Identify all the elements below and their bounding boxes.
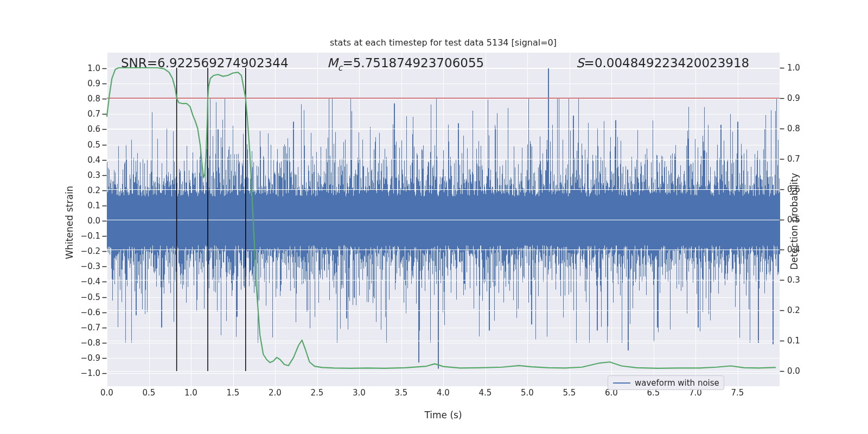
- tick-label: 0.3: [787, 275, 820, 285]
- tick-label: 7.5: [726, 387, 750, 398]
- tick-label: 1.0: [179, 387, 203, 398]
- s-symbol: S: [576, 56, 584, 70]
- mc-value: =5.751874923706055: [342, 56, 484, 70]
- annotation-chirp-mass: Mc=5.751874923706055: [327, 56, 484, 73]
- tick-label: 0.6: [787, 184, 820, 195]
- tick-label: 1.5: [221, 387, 245, 398]
- tick-label: 0.1: [787, 335, 820, 346]
- tick-label: 0.9: [0, 78, 100, 89]
- tick-label: 0.9: [787, 93, 820, 104]
- tick-label: −0.5: [0, 292, 100, 303]
- tick-label: 0.4: [787, 244, 820, 255]
- tick-label: 2.0: [263, 387, 287, 398]
- tick-label: 0.6: [0, 124, 100, 135]
- legend-waveform-line-sample: [613, 382, 630, 384]
- tick-label: 5.0: [515, 387, 539, 398]
- s-value: =0.004849223420023918: [584, 56, 750, 70]
- tick-label: 0.7: [0, 108, 100, 119]
- tick-label: 0.0: [787, 366, 820, 376]
- figure: stats at each timestep for test data 513…: [0, 0, 868, 434]
- tick-label: −0.1: [0, 231, 100, 241]
- tick-label: 0.0: [95, 387, 119, 398]
- tick-label: 0.1: [0, 200, 100, 211]
- legend-waveform-label: waveform with noise: [635, 378, 719, 388]
- legend: waveform with noise: [608, 375, 724, 390]
- tick-label: 3.5: [390, 387, 413, 398]
- tick-label: −1.0: [0, 368, 100, 379]
- tick-label: 0.5: [137, 387, 161, 398]
- tick-label: −0.7: [0, 322, 100, 333]
- tick-label: −0.8: [0, 337, 100, 348]
- tick-label: 0.7: [787, 154, 820, 164]
- tick-label: 0.2: [787, 305, 820, 316]
- tick-label: 0.8: [0, 93, 100, 104]
- tick-label: 0.5: [0, 139, 100, 150]
- tick-label: −0.2: [0, 246, 100, 257]
- tick-label: 0.3: [0, 170, 100, 181]
- tick-label: 0.5: [787, 214, 820, 225]
- tick-label: 5.5: [558, 387, 582, 398]
- tick-label: −0.9: [0, 353, 100, 363]
- tick-label: 0.0: [0, 215, 100, 226]
- tick-label: 4.5: [474, 387, 497, 398]
- tick-label: −0.6: [0, 307, 100, 318]
- tick-label: 0.2: [0, 185, 100, 196]
- x-axis-label: Time (s): [107, 410, 780, 420]
- tick-label: 4.0: [431, 387, 455, 398]
- chart-title: stats at each timestep for test data 513…: [107, 37, 780, 48]
- annotation-snr: SNR=6.922569274902344: [121, 56, 289, 70]
- mc-symbol: M: [327, 56, 338, 70]
- snr-label: SNR: [121, 56, 147, 70]
- tick-label: 1.0: [0, 63, 100, 74]
- tick-label: 3.0: [347, 387, 371, 398]
- tick-label: −0.3: [0, 261, 100, 272]
- tick-label: 2.5: [305, 387, 329, 398]
- annotation-statistic: S=0.004849223420023918: [576, 56, 749, 70]
- tick-label: −0.4: [0, 276, 100, 287]
- tick-label: 0.4: [0, 155, 100, 165]
- snr-value: =6.922569274902344: [147, 56, 289, 70]
- tick-label: 0.8: [787, 123, 820, 134]
- tick-label: 1.0: [787, 62, 820, 73]
